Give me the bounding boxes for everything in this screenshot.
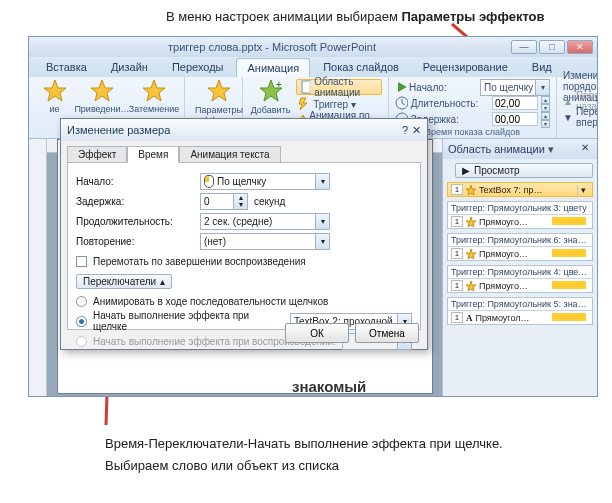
dialog-tab-timing[interactable]: Время (127, 146, 179, 163)
chevron-down-icon[interactable]: ▾ (577, 185, 589, 195)
star-yellow-icon (43, 79, 67, 103)
tab-view[interactable]: Вид (521, 57, 563, 77)
star-yellow-icon (466, 217, 476, 227)
star-yellow-icon (466, 185, 476, 195)
star-yellow-icon (142, 79, 166, 103)
anim-group-1: Триггер: Прямоугольник 3: цвету 1Прямоуг… (447, 201, 593, 229)
tab-design[interactable]: Дизайн (100, 57, 159, 77)
start-select[interactable]: По щелчку▾ (480, 79, 550, 96)
rewind-label: Перемотать по завершении воспроизведения (93, 256, 306, 267)
duration-bar (552, 281, 586, 289)
svg-text:+: + (276, 79, 282, 90)
pane-close-button[interactable]: ✕ (578, 142, 592, 156)
dlg-start-select[interactable]: По щелчку▾ (200, 173, 330, 190)
anim-item-2[interactable]: 1Прямоугольн… (448, 247, 592, 260)
dlg-duration-label: Продолжительность: (76, 216, 194, 227)
annotation-bottom-l2: Выбираем слово или объект из списка (105, 455, 503, 477)
anim-group-4: Триггер: Прямоугольник 5: знакоы 1AПрямо… (447, 297, 593, 325)
svg-marker-2 (143, 80, 165, 101)
cancel-button[interactable]: Отмена (355, 323, 419, 343)
radio-animate-sequence-label: Анимировать в ходе последовательности ще… (93, 296, 328, 307)
tab-slideshow[interactable]: Показ слайдов (312, 57, 410, 77)
mouse-icon (204, 175, 214, 188)
anim-group-2: Триггер: Прямоугольник 6: знаком 1Прямоу… (447, 233, 593, 261)
svg-rect-7 (309, 81, 311, 93)
rewind-checkbox[interactable] (76, 256, 87, 267)
duration-bar (552, 249, 586, 257)
star-yellow-icon (466, 281, 476, 291)
text-a-icon: A (466, 313, 473, 323)
anim-item-3[interactable]: 1Прямоугольн… (448, 279, 592, 292)
star-yellow-icon (466, 249, 476, 259)
pane-title: Область анимации ▾ ✕ (443, 139, 597, 159)
radio-start-on-play (76, 336, 87, 347)
annotation-top: В меню настроек анимации выбираем Параме… (166, 9, 545, 24)
window-min-button[interactable]: — (511, 40, 537, 54)
annotation-bottom: Время-Переключатели-Начать выполнение эф… (105, 433, 503, 477)
play-icon (395, 80, 406, 94)
dialog-body: Начало: По щелчку▾ Задержка: 0▴▾ секунд … (67, 162, 421, 330)
pane-icon (301, 80, 311, 94)
window-close-button[interactable]: ✕ (567, 40, 593, 54)
dialog-close-button[interactable]: ✕ (412, 124, 421, 137)
dlg-duration-select[interactable]: 2 сек. (средне)▾ (200, 213, 330, 230)
svg-marker-10 (398, 82, 406, 92)
window-title: триггер слова.pptx - Microsoft PowerPoin… (33, 41, 511, 53)
ruler-vertical (29, 139, 47, 396)
radio-start-on-click-label: Начать выполнение эффекта при щелчке (93, 310, 284, 332)
dialog-tab-text[interactable]: Анимация текста (179, 146, 280, 163)
gallery-item-2[interactable]: Приведени… (78, 79, 126, 114)
svg-marker-16 (466, 281, 476, 291)
svg-marker-15 (466, 249, 476, 259)
duration-spinner[interactable]: ▴▾ (541, 96, 550, 110)
anim-item-1[interactable]: 1Прямоугольн… (448, 215, 592, 228)
anim-item-4[interactable]: 1AПрямоугольн… (448, 311, 592, 324)
anim-item-0[interactable]: 1TextBox 7: пр…▾ (447, 182, 593, 197)
dialog-titlebar: Изменение размера ? ✕ (61, 119, 427, 141)
star-green-plus-icon: + (259, 79, 283, 103)
dialog-tab-effect[interactable]: Эффект (67, 146, 127, 163)
dlg-repeat-label: Повторение: (76, 236, 194, 247)
dialog-help-button[interactable]: ? (402, 124, 408, 137)
clock-icon (395, 96, 408, 110)
svg-marker-8 (299, 98, 307, 110)
delay-spinner[interactable]: ▴▾ (541, 112, 550, 126)
ok-button[interactable]: ОК (285, 323, 349, 343)
delay-field[interactable] (492, 112, 538, 126)
dialog-title: Изменение размера (67, 124, 170, 136)
duration-bar (552, 217, 586, 225)
duration-field[interactable] (492, 96, 538, 110)
dlg-delay-field[interactable]: 0▴▾ (200, 193, 248, 210)
dlg-repeat-select[interactable]: (нет)▾ (200, 233, 330, 250)
annotation-top-text: В меню настроек анимации выбираем (166, 9, 401, 24)
svg-marker-0 (44, 80, 66, 101)
dlg-start-label: Начало: (76, 176, 194, 187)
change-size-dialog: Изменение размера ? ✕ Эффект Время Анима… (60, 118, 428, 350)
triggers-toggle[interactable]: Переключатели▴ (76, 274, 172, 289)
tab-animation[interactable]: Анимация (236, 58, 310, 77)
tab-transitions[interactable]: Переходы (161, 57, 235, 77)
svg-marker-1 (91, 80, 113, 101)
effect-options-icon (207, 79, 231, 103)
ribbon-tabs: Вставка Дизайн Переходы Анимация Показ с… (29, 57, 597, 77)
tab-insert[interactable]: Вставка (35, 57, 98, 77)
star-yellow-icon (90, 79, 114, 103)
play-button[interactable]: ▶Просмотр (455, 163, 593, 178)
animation-pane-button[interactable]: Область анимации (296, 79, 382, 95)
lightning-icon (296, 97, 310, 111)
animation-pane: Область анимации ▾ ✕ ▶Просмотр 1TextBox … (442, 139, 597, 396)
radio-animate-sequence[interactable] (76, 296, 87, 307)
dlg-delay-label: Задержка: (76, 196, 194, 207)
tab-review[interactable]: Рецензирование (412, 57, 519, 77)
start-label: Начало: (409, 82, 477, 93)
pane-dropdown-icon[interactable]: ▾ (545, 143, 557, 156)
dialog-tabs: Эффект Время Анимация текста (61, 141, 427, 162)
duration-bar (552, 313, 586, 321)
gallery-item-1[interactable]: ие (35, 79, 74, 114)
annotation-top-bold: Параметры эффектов (401, 9, 544, 24)
gallery-item-3[interactable]: Затемнение (130, 79, 178, 114)
radio-start-on-click[interactable] (76, 316, 87, 327)
window-max-button[interactable]: □ (539, 40, 565, 54)
move-forward-button[interactable]: ▼ Переместить вперед (563, 109, 598, 125)
slide-word: знакомый (292, 378, 366, 395)
